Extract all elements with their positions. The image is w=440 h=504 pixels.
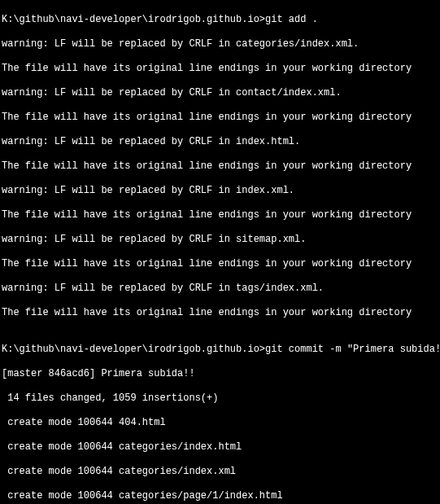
- warning-keep-line: The file will have its original line end…: [2, 258, 438, 270]
- commit-header: [master 846acd6] Primera subida!!: [2, 368, 438, 380]
- warning-line: warning: LF will be replaced by CRLF in …: [2, 283, 438, 295]
- warning-line: warning: LF will be replaced by CRLF in …: [2, 136, 438, 148]
- warning-keep-line: The file will have its original line end…: [2, 160, 438, 173]
- warning-keep-line: The file will have its original line end…: [2, 63, 438, 75]
- prompt-path: K:\github\navi-developer\irodrigob.githu…: [2, 344, 265, 355]
- warning-line: warning: LF will be replaced by CRLF in …: [2, 87, 438, 99]
- terminal-output[interactable]: K:\github\navi-developer\irodrigob.githu…: [0, 0, 440, 504]
- command: git commit -m "Primera subida!!": [265, 344, 440, 355]
- warning-line: warning: LF will be replaced by CRLF in …: [2, 38, 438, 50]
- commit-create-line: create mode 100644 categories/page/1/ind…: [2, 490, 438, 502]
- commit-create-line: create mode 100644 categories/index.html: [2, 441, 438, 454]
- warning-line: warning: LF will be replaced by CRLF in …: [2, 234, 438, 246]
- warning-keep-line: The file will have its original line end…: [2, 112, 438, 124]
- warning-keep-line: The file will have its original line end…: [2, 307, 438, 319]
- commit-create-line: create mode 100644 categories/index.xml: [2, 466, 438, 478]
- prompt-line: K:\github\navi-developer\irodrigob.githu…: [2, 14, 438, 26]
- warning-keep-line: The file will have its original line end…: [2, 209, 438, 221]
- warning-line: warning: LF will be replaced by CRLF in …: [2, 185, 438, 197]
- prompt-path: K:\github\navi-developer\irodrigob.githu…: [2, 14, 265, 25]
- commit-create-line: create mode 100644 404.html: [2, 417, 438, 429]
- prompt-line: K:\github\navi-developer\irodrigob.githu…: [2, 344, 438, 356]
- command: git add .: [265, 14, 318, 25]
- commit-stats: 14 files changed, 1059 insertions(+): [2, 392, 438, 405]
